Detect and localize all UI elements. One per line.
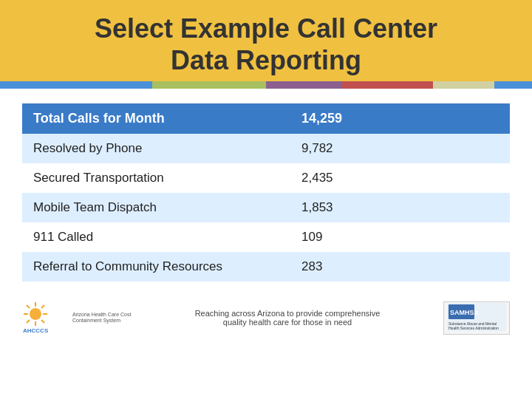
table-cell-value: 14,259 xyxy=(290,103,510,134)
table-row: Total Calls for Month14,259 xyxy=(22,103,510,134)
color-bar-decoration xyxy=(0,81,532,89)
svg-text:AHCCCS: AHCCCS xyxy=(23,327,49,334)
svg-text:SAMHSA: SAMHSA xyxy=(450,309,480,316)
footer-center-text: Reaching across Arizona to provide compr… xyxy=(132,309,443,327)
color-bar-6 xyxy=(494,81,532,89)
color-bar-3 xyxy=(266,81,342,89)
table-row: Referral to Community Resources283 xyxy=(22,252,510,282)
ahcccs-icon: AHCCCS xyxy=(22,299,66,336)
color-bar-5 xyxy=(433,81,494,89)
table-cell-value: 1,853 xyxy=(290,193,510,222)
table-row: Mobile Team Dispatch1,853 xyxy=(22,193,510,222)
table-cell-label: 911 Called xyxy=(22,222,290,252)
svg-line-8 xyxy=(27,320,30,323)
color-bar-2 xyxy=(152,81,266,89)
svg-line-7 xyxy=(41,305,44,308)
svg-point-0 xyxy=(30,308,41,320)
table-cell-label: Total Calls for Month xyxy=(22,103,290,134)
page-header: Select Example Call Center Data Reportin… xyxy=(0,0,532,89)
table-cell-value: 283 xyxy=(290,252,510,282)
page-footer: AHCCCS Arizona Health Care Cost Containm… xyxy=(0,292,532,340)
samhsa-logo: SAMHSA Substance Abuse and Mental Health… xyxy=(443,301,510,335)
color-bar-4 xyxy=(342,81,433,89)
table-cell-label: Referral to Community Resources xyxy=(22,252,290,282)
table-cell-value: 109 xyxy=(290,222,510,252)
svg-line-5 xyxy=(27,305,30,308)
data-table-container: Total Calls for Month14,259Resolved by P… xyxy=(0,89,532,289)
ahcccs-logo: AHCCCS Arizona Health Care Cost Containm… xyxy=(22,299,132,336)
call-center-table: Total Calls for Month14,259Resolved by P… xyxy=(22,103,510,282)
svg-line-6 xyxy=(41,320,44,323)
table-row: Secured Transportation2,435 xyxy=(22,163,510,193)
svg-text:Health Services Administration: Health Services Administration xyxy=(449,326,499,330)
page-title: Select Example Call Center Data Reportin… xyxy=(80,13,452,76)
samhsa-icon: SAMHSA Substance Abuse and Mental Health… xyxy=(447,303,506,331)
table-cell-label: Mobile Team Dispatch xyxy=(22,193,290,222)
table-cell-label: Resolved by Phone xyxy=(22,134,290,163)
table-row: Resolved by Phone9,782 xyxy=(22,134,510,163)
table-row: 911 Called109 xyxy=(22,222,510,252)
ahcccs-sublabel: Arizona Health Care Cost Containment Sys… xyxy=(72,312,132,324)
table-cell-value: 2,435 xyxy=(290,163,510,193)
table-cell-label: Secured Transportation xyxy=(22,163,290,193)
color-bar-1 xyxy=(0,81,152,89)
table-cell-value: 9,782 xyxy=(290,134,510,163)
